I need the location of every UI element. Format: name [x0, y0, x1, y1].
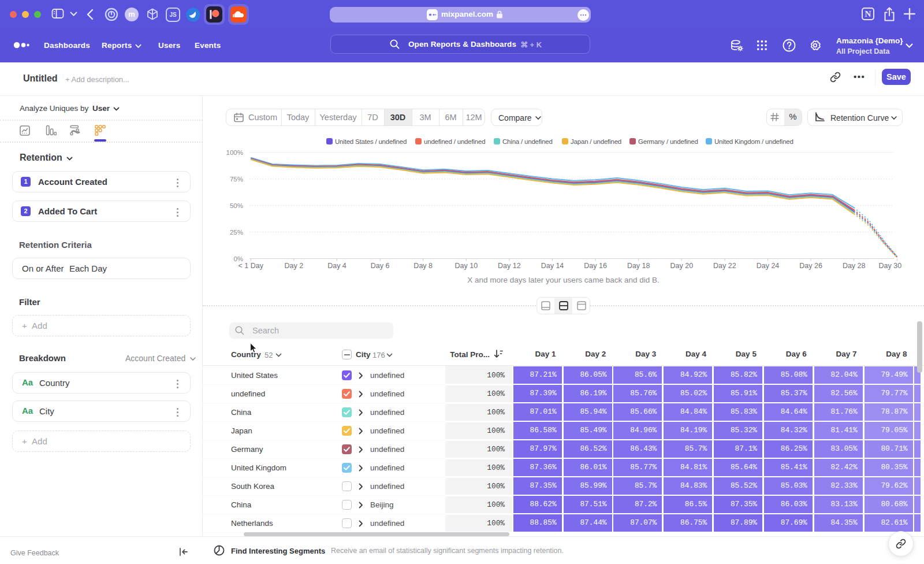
svg-text:< 1 Day: < 1 Day — [239, 262, 264, 270]
svg-text:Day 4: Day 4 — [327, 262, 346, 270]
svg-text:Day 8: Day 8 — [413, 262, 433, 270]
svg-text:Day 12: Day 12 — [498, 262, 521, 270]
svg-text:Day 18: Day 18 — [627, 262, 650, 270]
svg-text:Day 30: Day 30 — [878, 262, 901, 270]
svg-text:Day 20: Day 20 — [670, 262, 693, 270]
svg-text:Day 16: Day 16 — [584, 262, 607, 270]
svg-text:Day 24: Day 24 — [757, 262, 780, 270]
svg-text:100%: 100% — [226, 149, 243, 156]
svg-text:0%: 0% — [233, 255, 243, 262]
svg-text:Day 28: Day 28 — [843, 262, 866, 270]
svg-text:75%: 75% — [230, 176, 243, 183]
svg-text:Day 26: Day 26 — [799, 262, 822, 270]
svg-text:50%: 50% — [230, 202, 243, 209]
svg-text:Day 14: Day 14 — [541, 262, 564, 270]
svg-text:Day 10: Day 10 — [454, 262, 478, 270]
svg-text:Day 22: Day 22 — [713, 262, 736, 270]
svg-text:Day 2: Day 2 — [285, 262, 304, 270]
svg-text:25%: 25% — [230, 229, 243, 236]
svg-text:Day 6: Day 6 — [371, 262, 390, 270]
